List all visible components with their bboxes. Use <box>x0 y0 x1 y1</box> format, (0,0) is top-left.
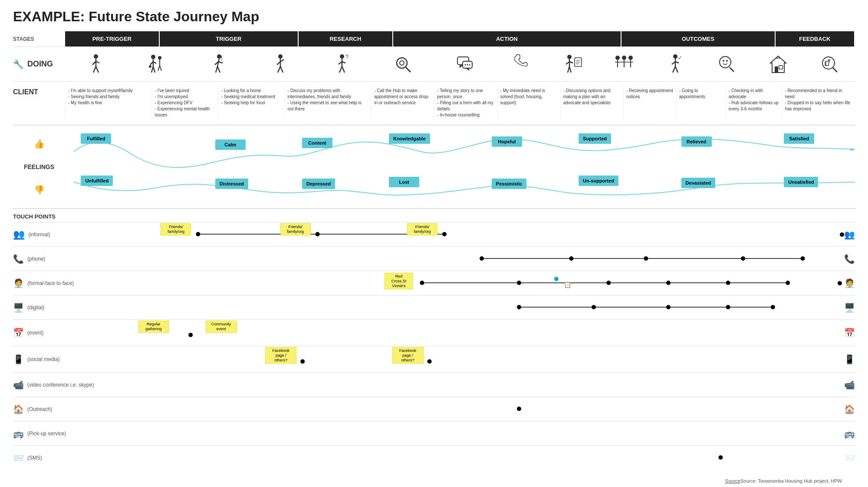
page-title: EXAMPLE: Future State Journey Map <box>13 9 855 25</box>
touchpoint-social: 📱 (social media) Facebookpage /others? F… <box>13 346 855 372</box>
feeling-knowledgable: Knowledgable <box>389 133 430 144</box>
svg-point-118 <box>188 333 193 337</box>
svg-line-21 <box>216 66 217 73</box>
client-cell-pretrigger: - I'm able to support myself/family- See… <box>65 86 152 120</box>
stage-feedback: FEEDBACK <box>776 31 855 46</box>
pickup-icon: 🚌 <box>13 428 24 439</box>
svg-point-98 <box>554 277 559 281</box>
touchpoint-sms: 📨 (SMS) 📨 <box>13 445 855 470</box>
svg-point-45 <box>467 64 468 65</box>
svg-point-38 <box>400 61 404 65</box>
feelings-label: FEELINGS <box>24 163 54 170</box>
informal-icon: 👥 <box>13 229 25 240</box>
stage-research: RESEARCH <box>299 31 393 46</box>
feeling-depressed: Depressed <box>302 179 335 189</box>
svg-line-5 <box>96 66 99 73</box>
svg-point-121 <box>517 407 521 411</box>
icon-injured: ! <box>188 53 250 75</box>
client-label: CLIENT <box>13 86 65 96</box>
svg-point-71 <box>720 56 731 68</box>
feeling-fulfilled: Fulfilled <box>81 133 111 144</box>
outreach-icon: 🏠 <box>13 404 24 414</box>
source-text: SourceSource: Toowoomba Housing Hub proj… <box>13 474 855 486</box>
svg-point-120 <box>427 359 432 364</box>
svg-point-72 <box>723 60 724 62</box>
feeling-relieved: Relieved <box>681 136 712 147</box>
thumbs-down-icon: 👎 <box>34 185 45 195</box>
feeling-unfulfilled: Unfulfilled <box>81 176 113 186</box>
icon-smile-search <box>701 53 752 75</box>
stages-label: STAGES <box>13 31 65 46</box>
svg-line-69 <box>675 66 678 73</box>
svg-line-35 <box>342 66 345 73</box>
client-cell-trigger1: - I've been injured- I'm unemployed- Exp… <box>152 86 218 120</box>
svg-line-68 <box>673 66 675 73</box>
svg-line-13 <box>153 66 155 73</box>
svg-point-73 <box>726 60 728 62</box>
stage-pretrigger: PRE-TRIGGER <box>65 31 160 46</box>
client-cell-action1: - Call the Hub to make appointment or ac… <box>371 86 434 120</box>
svg-line-39 <box>406 67 411 72</box>
icon-person-document <box>547 53 598 75</box>
svg-line-52 <box>569 66 571 73</box>
feeling-pessimistic: Pessimistic <box>492 179 527 189</box>
touchpoint-label-pickup: 🚌 (Pick-up service) <box>13 426 108 441</box>
stage-action: ACTION <box>393 31 621 46</box>
touchpoint-event: 📅 (event) Regulargathering Communityeven… <box>13 319 855 346</box>
touchpoint-label-event: 📅 (event) <box>13 325 108 340</box>
touchpoints-title: TOUCH POINTS <box>13 213 855 220</box>
doing-text: DOING <box>27 60 53 69</box>
svg-point-7 <box>158 56 161 60</box>
svg-point-30 <box>340 54 344 59</box>
touchpoint-label-social: 📱 (social media) <box>13 352 108 367</box>
svg-point-122 <box>718 455 723 460</box>
informal-connections: Friends/family/org Friends/family/org Fr… <box>108 222 855 246</box>
doing-icons: ! ? <box>65 53 855 75</box>
outreach-connections <box>108 397 855 421</box>
event-connections: Regulargathering Communityevent <box>108 320 855 346</box>
touchpoint-label-informal: 👥 (informal) <box>13 227 108 242</box>
touchpoints-section: TOUCH POINTS 👥 (informal) <box>13 208 855 474</box>
event-icon: 📅 <box>13 328 24 338</box>
client-cell-action4: - Discussing options and making a plan w… <box>560 86 623 120</box>
touchpoint-label-phone: 📞 (phone) <box>13 252 108 266</box>
touchpoint-label-outreach: 🏠 (Outreach) <box>13 402 108 417</box>
svg-point-57 <box>615 56 620 60</box>
svg-point-6 <box>151 55 155 59</box>
client-cell-outcomes3: - Checking in with advocate- Hub advocat… <box>726 86 782 120</box>
icon-family <box>127 53 188 75</box>
phone-icon: 📞 <box>13 254 24 264</box>
icon-phone-call <box>496 53 547 75</box>
svg-text:!: ! <box>221 55 223 62</box>
svg-line-15 <box>158 66 160 71</box>
svg-point-47 <box>567 55 572 59</box>
touchpoint-label-video: 📹 (video conference i.e. skype) <box>13 378 108 392</box>
svg-point-24 <box>278 54 283 59</box>
feeling-unsupported: Un-supported <box>579 176 618 186</box>
svg-line-29 <box>280 66 283 73</box>
svg-point-59 <box>628 56 633 60</box>
client-cell-trigger2: - Looking for a home- Seeking medical tr… <box>218 86 285 120</box>
sms-icon: 📨 <box>13 453 24 463</box>
touchpoint-pickup: 🚌 (Pick-up service) 🚌 <box>13 421 855 445</box>
phone-connections <box>108 247 855 271</box>
feeling-calm: Calm <box>215 139 246 150</box>
touchpoint-label-digital: 🖥️ (digital) <box>13 300 108 315</box>
feeling-lost: Lost <box>389 177 419 187</box>
svg-rect-76 <box>775 66 778 73</box>
svg-text:📋: 📋 <box>564 281 572 288</box>
formal-connections: RedCross,StVinnie's 📋 <box>108 271 855 295</box>
svg-line-16 <box>160 66 161 71</box>
digital-connections <box>108 295 855 319</box>
stage-trigger: TRIGGER <box>160 31 299 46</box>
feeling-unsatisfied: Unsatisfied <box>784 177 818 187</box>
svg-line-20 <box>218 62 223 63</box>
svg-line-80 <box>833 68 837 72</box>
svg-line-4 <box>93 66 96 73</box>
svg-line-74 <box>730 67 734 72</box>
doing-row: 🔧 DOING ! ? <box>13 46 855 81</box>
touchpoint-informal: 👥 (informal) Friends/family/org <box>13 222 855 246</box>
icon-stressed <box>250 53 311 75</box>
svg-point-44 <box>464 64 466 65</box>
svg-text:✓: ✓ <box>678 55 682 61</box>
